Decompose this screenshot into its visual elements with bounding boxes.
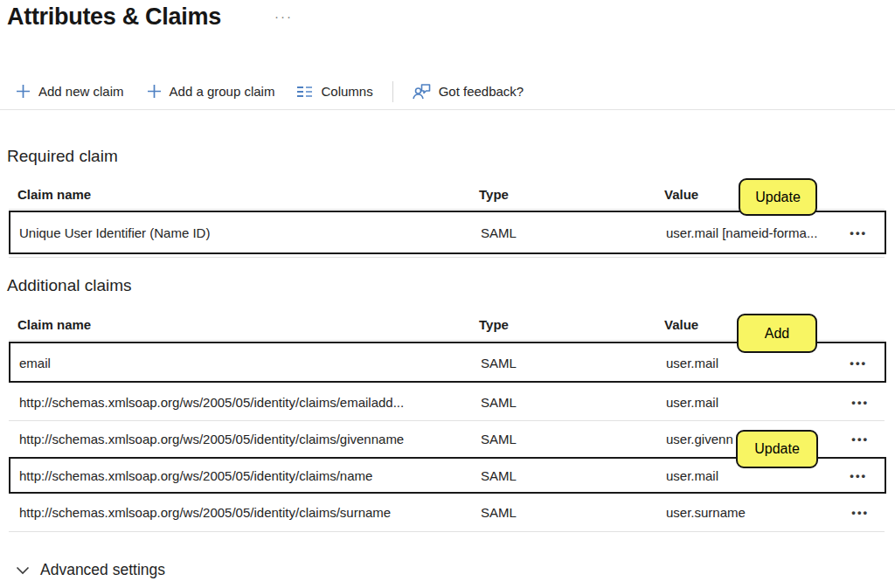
row-context-menu-button[interactable]: •••: [850, 227, 867, 239]
additional-claims-heading: Additional claims: [7, 276, 132, 295]
feedback-person-icon: [413, 83, 431, 100]
advanced-settings-label: Advanced settings: [40, 561, 165, 579]
row-context-menu-button[interactable]: •••: [851, 433, 869, 445]
ellipsis-icon: •••: [851, 432, 869, 446]
ellipsis-icon: •••: [850, 469, 867, 482]
add-new-claim-label: Add new claim: [38, 84, 124, 99]
table-row-separator: [9, 531, 885, 532]
chevron-down-icon: [16, 563, 30, 578]
sticker-label: Add: [765, 326, 789, 342]
claim-value-cell: user.surname: [666, 505, 746, 520]
claim-name-cell: http://schemas.xmlsoap.org/ws/2005/05/id…: [19, 468, 372, 483]
add-group-claim-button[interactable]: Add a group claim: [147, 84, 275, 99]
annotation-sticker-add-email: Add: [737, 314, 817, 353]
claim-name-cell: http://schemas.xmlsoap.org/ws/2005/05/id…: [19, 432, 404, 446]
claim-row-surname[interactable]: http://schemas.xmlsoap.org/ws/2005/05/id…: [9, 494, 886, 530]
required-claim-row[interactable]: Unique User Identifier (Name ID) SAML us…: [9, 211, 886, 254]
claim-name-cell: Unique User Identifier (Name ID): [19, 225, 210, 240]
claim-name-cell: http://schemas.xmlsoap.org/ws/2005/05/id…: [19, 505, 391, 520]
row-context-menu-button[interactable]: •••: [851, 396, 869, 407]
ellipsis-icon: •••: [851, 395, 869, 408]
claim-value-cell: user.givenn: [666, 432, 733, 446]
additional-col-type: Type: [479, 317, 509, 332]
claim-type-cell: SAML: [481, 394, 517, 409]
columns-icon: [297, 86, 313, 98]
advanced-settings-toggle[interactable]: Advanced settings: [16, 561, 165, 579]
got-feedback-button[interactable]: Got feedback?: [413, 83, 524, 100]
required-col-value: Value: [664, 187, 698, 202]
add-new-claim-button[interactable]: Add new claim: [16, 84, 124, 99]
additional-col-value: Value: [664, 317, 698, 332]
claim-name-cell: email: [19, 355, 51, 370]
page-context-menu-button[interactable]: ···: [274, 9, 293, 24]
sticker-label: Update: [755, 190, 801, 205]
claim-type-cell: SAML: [481, 505, 517, 520]
plus-icon: [147, 84, 162, 99]
row-context-menu-button[interactable]: •••: [850, 470, 867, 481]
page-title: Attributes & Claims: [7, 3, 221, 31]
plus-icon: [16, 84, 31, 99]
annotation-sticker-update-name: Update: [736, 430, 818, 468]
claim-row-emailaddress[interactable]: http://schemas.xmlsoap.org/ws/2005/05/id…: [9, 383, 886, 420]
claim-value-cell: user.mail: [666, 468, 718, 483]
claim-type-cell: SAML: [481, 432, 517, 446]
ellipsis-icon: •••: [850, 226, 867, 239]
claim-value-cell: user.mail: [666, 355, 718, 370]
required-col-type: Type: [479, 187, 509, 202]
claim-value-cell: user.mail [nameid-forma...: [666, 225, 817, 240]
command-bar: Add new claim Add a group claim Columns: [0, 73, 895, 110]
columns-label: Columns: [321, 84, 372, 99]
additional-col-claim-name: Claim name: [17, 317, 91, 332]
columns-button[interactable]: Columns: [297, 84, 372, 99]
row-context-menu-button[interactable]: •••: [851, 507, 869, 518]
table-row-separator: [9, 257, 885, 258]
claim-value-cell: user.mail: [666, 394, 718, 409]
required-col-claim-name: Claim name: [17, 187, 91, 202]
annotation-sticker-update-required: Update: [739, 178, 817, 216]
required-claim-heading: Required claim: [7, 147, 118, 166]
add-group-claim-label: Add a group claim: [170, 84, 275, 99]
sticker-label: Update: [754, 441, 800, 457]
ellipsis-icon: •••: [850, 356, 867, 369]
claim-name-cell: http://schemas.xmlsoap.org/ws/2005/05/id…: [19, 394, 404, 409]
got-feedback-label: Got feedback?: [439, 84, 524, 99]
ellipsis-horizontal-icon: ···: [274, 9, 293, 24]
ellipsis-icon: •••: [851, 506, 869, 519]
claim-type-cell: SAML: [481, 225, 517, 240]
attributes-claims-page: Attributes & Claims ··· Add new claim Ad…: [0, 0, 895, 588]
claim-type-cell: SAML: [481, 468, 517, 483]
toolbar-divider: [392, 81, 393, 102]
claim-type-cell: SAML: [481, 355, 517, 370]
row-context-menu-button[interactable]: •••: [850, 356, 867, 368]
